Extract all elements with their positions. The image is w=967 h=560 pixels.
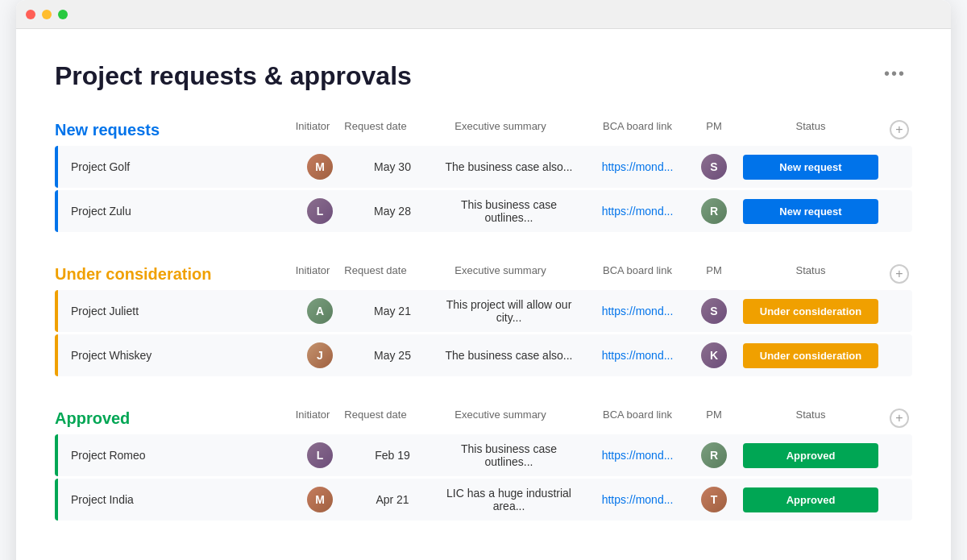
col-bca-3: BCA board link [585, 409, 690, 428]
executive-summary: This business case outlines... [433, 442, 585, 468]
bca-link[interactable]: https://mond... [585, 493, 690, 506]
avatar: S [701, 154, 727, 180]
section-under-consideration: Under consideration Initiator Request da… [55, 264, 912, 376]
bca-link[interactable]: https://mond... [585, 449, 690, 462]
pm-avatar: S [690, 298, 738, 324]
initiator-avatar: J [288, 342, 352, 368]
status-cell: Under consideration [738, 299, 883, 324]
col-status: Status [738, 120, 883, 139]
table-row: Project India M Apr 21 LIC has a huge in… [55, 479, 912, 521]
executive-summary: This project will allow our city... [433, 298, 585, 324]
add-approved-button[interactable]: + [890, 409, 909, 428]
initiator-avatar: A [288, 298, 352, 324]
executive-summary: LIC has a huge industrial area... [433, 487, 585, 512]
project-name: Project Juliett [58, 305, 288, 317]
page-header: Project requests & approvals ••• [55, 61, 912, 91]
initiator-avatar: M [288, 487, 352, 512]
avatar: L [307, 198, 333, 224]
avatar: M [307, 154, 333, 180]
col-pm-2: PM [690, 264, 738, 284]
status-badge[interactable]: New request [743, 155, 878, 180]
avatar: T [701, 487, 727, 512]
project-name: Project Zulu [58, 205, 288, 218]
initiator-avatar: L [288, 442, 352, 468]
pm-avatar: K [690, 342, 738, 368]
col-request-date-3: Request date [335, 409, 416, 428]
status-cell: New request [738, 155, 883, 180]
executive-summary: This business case outlines... [433, 198, 585, 224]
table-row: Project Golf M May 30 The business case … [55, 146, 912, 188]
request-date: Apr 21 [352, 493, 433, 506]
avatar: J [307, 342, 333, 368]
status-badge[interactable]: Approved [743, 443, 878, 468]
col-status-2: Status [738, 264, 883, 284]
section-title-approved: Approved [55, 409, 264, 428]
avatar: R [701, 198, 727, 224]
add-new-request-button[interactable]: + [890, 120, 909, 139]
status-cell: New request [738, 199, 883, 224]
table-row: Project Juliett A May 21 This project wi… [55, 290, 912, 332]
status-badge[interactable]: Approved [743, 487, 878, 512]
page-content: Project requests & approvals ••• New req… [16, 29, 951, 560]
section-header-approved: Approved Initiator Request date Executiv… [55, 409, 912, 428]
status-cell: Approved [738, 487, 883, 512]
col-request-date: Request date [335, 120, 416, 139]
col-pm-3: PM [690, 409, 738, 428]
col-summary: Executive summary [416, 120, 585, 139]
avatar: R [701, 442, 727, 468]
bca-link[interactable]: https://mond... [585, 160, 690, 173]
request-date: May 28 [352, 205, 433, 218]
section-approved: Approved Initiator Request date Executiv… [55, 409, 912, 521]
request-date: May 21 [352, 305, 433, 317]
section-new-requests: New requests Initiator Request date Exec… [55, 120, 912, 232]
more-options-button[interactable]: ••• [878, 61, 912, 86]
bca-link[interactable]: https://mond... [585, 349, 690, 362]
col-initiator-3: Initiator [271, 409, 335, 428]
request-date: Feb 19 [352, 449, 433, 462]
project-name: Project Golf [58, 160, 288, 173]
bca-link[interactable]: https://mond... [585, 205, 690, 218]
status-cell: Under consideration [738, 343, 883, 368]
maximize-button[interactable] [58, 10, 68, 19]
avatar: S [701, 298, 727, 324]
minimize-button[interactable] [42, 10, 52, 19]
page-title: Project requests & approvals [55, 61, 412, 91]
status-cell: Approved [738, 443, 883, 468]
status-badge[interactable]: New request [743, 199, 878, 224]
avatar: A [307, 298, 333, 324]
pm-avatar: R [690, 442, 738, 468]
col-bca: BCA board link [585, 120, 690, 139]
titlebar [16, 0, 951, 29]
project-name: Project Whiskey [58, 349, 288, 362]
pm-avatar: T [690, 487, 738, 512]
add-consideration-button[interactable]: + [890, 264, 909, 284]
section-title-new: New requests [55, 121, 264, 139]
table-row: Project Romeo L Feb 19 This business cas… [55, 434, 912, 476]
table-row: Project Zulu L May 28 This business case… [55, 190, 912, 232]
pm-avatar: S [690, 154, 738, 180]
col-summary-3: Executive summary [416, 409, 585, 428]
request-date: May 25 [352, 349, 433, 362]
section-header-new: New requests Initiator Request date Exec… [55, 120, 912, 139]
col-initiator-2: Initiator [271, 264, 335, 284]
initiator-avatar: M [288, 154, 352, 180]
executive-summary: The business case also... [433, 160, 585, 173]
table-row: Project Whiskey J May 25 The business ca… [55, 334, 912, 376]
col-summary-2: Executive summary [416, 264, 585, 284]
status-badge[interactable]: Under consideration [743, 299, 878, 324]
app-window: Project requests & approvals ••• New req… [16, 0, 951, 560]
project-name: Project India [58, 493, 288, 506]
close-button[interactable] [26, 10, 35, 19]
request-date: May 30 [352, 160, 433, 173]
avatar: L [307, 442, 333, 468]
col-initiator: Initiator [271, 120, 335, 139]
bca-link[interactable]: https://mond... [585, 305, 690, 317]
executive-summary: The business case also... [433, 349, 585, 362]
status-badge[interactable]: Under consideration [743, 343, 878, 368]
pm-avatar: R [690, 198, 738, 224]
avatar: M [307, 487, 333, 512]
col-status-3: Status [738, 409, 883, 428]
section-header-consideration: Under consideration Initiator Request da… [55, 264, 912, 284]
col-request-date-2: Request date [335, 264, 416, 284]
col-pm: PM [690, 120, 738, 139]
